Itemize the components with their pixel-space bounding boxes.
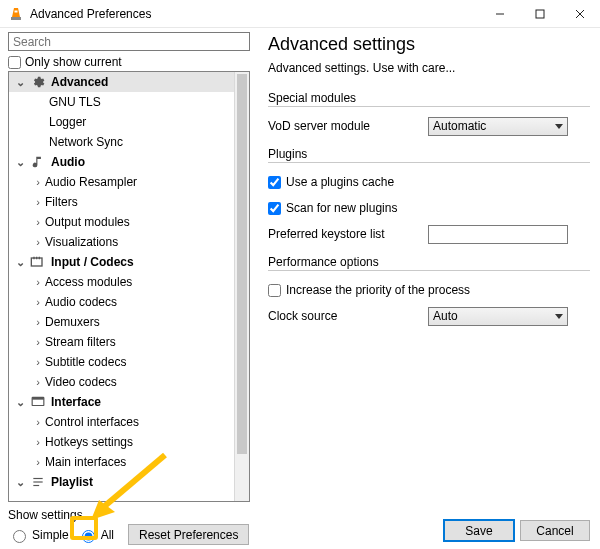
- tree-item-filters[interactable]: ›Filters: [9, 192, 234, 212]
- tree-item-network-sync[interactable]: Network Sync: [9, 132, 234, 152]
- tree-item-control-interfaces[interactable]: ›Control interfaces: [9, 412, 234, 432]
- app-icon: [8, 6, 24, 22]
- chevron-down-icon[interactable]: ⌄: [13, 256, 27, 269]
- scan-new-plugins-checkbox[interactable]: [268, 202, 281, 215]
- keystore-input[interactable]: [428, 225, 568, 244]
- tree-label: Audio: [51, 155, 85, 169]
- chevron-down-icon[interactable]: ⌄: [13, 156, 27, 169]
- chevron-right-icon[interactable]: ›: [31, 196, 45, 208]
- tree-scrollbar[interactable]: [234, 72, 249, 501]
- tree-item-interface[interactable]: ⌄ Interface: [9, 392, 234, 412]
- show-settings-label: Show settings: [8, 508, 258, 522]
- settings-tree: ⌄ Advanced GNU TLS Logger Network Sync ⌄…: [8, 71, 250, 502]
- radio-simple-input[interactable]: [13, 530, 26, 543]
- tree-item-gnu-tls[interactable]: GNU TLS: [9, 92, 234, 112]
- playlist-icon: [29, 473, 47, 491]
- page-heading: Advanced settings: [268, 34, 590, 55]
- tree-item-output-modules[interactable]: ›Output modules: [9, 212, 234, 232]
- tree-item-input-codecs[interactable]: ⌄ Input / Codecs: [9, 252, 234, 272]
- increase-priority-label: Increase the priority of the process: [286, 283, 470, 297]
- chevron-right-icon[interactable]: ›: [31, 436, 45, 448]
- gear-icon: [29, 73, 47, 91]
- tree-item-main-interfaces[interactable]: ›Main interfaces: [9, 452, 234, 472]
- section-performance: Performance options: [268, 255, 590, 271]
- page-subtitle: Advanced settings. Use with care...: [268, 61, 590, 75]
- chevron-right-icon[interactable]: ›: [31, 276, 45, 288]
- radio-all[interactable]: All: [77, 527, 114, 543]
- chevron-down-icon[interactable]: ⌄: [13, 396, 27, 409]
- use-plugins-cache-checkbox[interactable]: [268, 176, 281, 189]
- chevron-right-icon[interactable]: ›: [31, 296, 45, 308]
- tree-item-playlist[interactable]: ⌄ Playlist: [9, 472, 234, 492]
- maximize-button[interactable]: [520, 0, 560, 28]
- save-button[interactable]: Save: [444, 520, 514, 541]
- svg-rect-8: [32, 397, 44, 399]
- vod-server-combo[interactable]: Automatic: [428, 117, 568, 136]
- vod-server-label: VoD server module: [268, 119, 428, 133]
- chevron-right-icon[interactable]: ›: [31, 376, 45, 388]
- minimize-button[interactable]: [480, 0, 520, 28]
- interface-icon: [29, 393, 47, 411]
- tree-item-hotkeys-settings[interactable]: ›Hotkeys settings: [9, 432, 234, 452]
- window-title: Advanced Preferences: [30, 7, 151, 21]
- chevron-right-icon[interactable]: ›: [31, 176, 45, 188]
- tree-item-video-codecs[interactable]: ›Video codecs: [9, 372, 234, 392]
- section-plugins: Plugins: [268, 147, 590, 163]
- right-panel: Advanced settings Advanced settings. Use…: [258, 28, 600, 549]
- svg-rect-3: [536, 10, 544, 18]
- chevron-right-icon[interactable]: ›: [31, 356, 45, 368]
- chevron-down-icon[interactable]: ⌄: [13, 76, 27, 89]
- chevron-right-icon[interactable]: ›: [31, 456, 45, 468]
- chevron-right-icon[interactable]: ›: [31, 216, 45, 228]
- codec-icon: [29, 253, 47, 271]
- clock-source-combo[interactable]: Auto: [428, 307, 568, 326]
- radio-simple[interactable]: Simple: [8, 527, 69, 543]
- search-input[interactable]: [8, 32, 250, 51]
- tree-label: Interface: [51, 395, 101, 409]
- svg-rect-0: [15, 10, 18, 12]
- clock-source-label: Clock source: [268, 309, 428, 323]
- tree-item-audio[interactable]: ⌄ Audio: [9, 152, 234, 172]
- use-plugins-cache-label: Use a plugins cache: [286, 175, 394, 189]
- only-show-current-checkbox[interactable]: [8, 56, 21, 69]
- keystore-label: Preferred keystore list: [268, 227, 428, 241]
- cancel-button[interactable]: Cancel: [520, 520, 590, 541]
- section-special-modules: Special modules: [268, 91, 590, 107]
- tree-item-access-modules[interactable]: ›Access modules: [9, 272, 234, 292]
- only-show-current-label: Only show current: [25, 55, 122, 69]
- tree-label: Playlist: [51, 475, 93, 489]
- window-controls: [480, 0, 600, 28]
- reset-preferences-button[interactable]: Reset Preferences: [128, 524, 249, 545]
- music-note-icon: [29, 153, 47, 171]
- chevron-right-icon[interactable]: ›: [31, 236, 45, 248]
- scan-new-plugins-label: Scan for new plugins: [286, 201, 397, 215]
- tree-item-subtitle-codecs[interactable]: ›Subtitle codecs: [9, 352, 234, 372]
- scrollbar-thumb[interactable]: [237, 74, 247, 454]
- close-button[interactable]: [560, 0, 600, 28]
- svg-rect-1: [11, 17, 21, 20]
- radio-all-input[interactable]: [82, 530, 95, 543]
- chevron-right-icon[interactable]: ›: [31, 336, 45, 348]
- tree-item-advanced[interactable]: ⌄ Advanced: [9, 72, 234, 92]
- left-panel: Only show current ⌄ Advanced GNU TLS Log…: [0, 28, 258, 549]
- tree-label: Input / Codecs: [51, 255, 134, 269]
- tree-item-audio-codecs[interactable]: ›Audio codecs: [9, 292, 234, 312]
- tree-item-logger[interactable]: Logger: [9, 112, 234, 132]
- tree-item-demuxers[interactable]: ›Demuxers: [9, 312, 234, 332]
- title-bar: Advanced Preferences: [0, 0, 600, 28]
- chevron-right-icon[interactable]: ›: [31, 316, 45, 328]
- tree-item-stream-filters[interactable]: ›Stream filters: [9, 332, 234, 352]
- tree-item-visualizations[interactable]: ›Visualizations: [9, 232, 234, 252]
- tree-item-audio-resampler[interactable]: ›Audio Resampler: [9, 172, 234, 192]
- tree-label: Advanced: [51, 75, 108, 89]
- increase-priority-checkbox[interactable]: [268, 284, 281, 297]
- chevron-right-icon[interactable]: ›: [31, 416, 45, 428]
- chevron-down-icon[interactable]: ⌄: [13, 476, 27, 489]
